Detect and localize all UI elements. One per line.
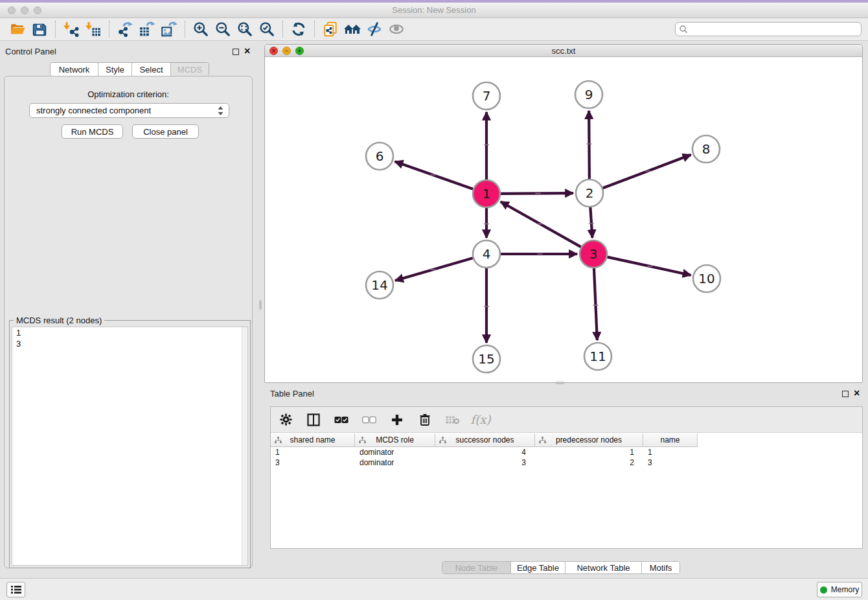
control-panel-tabs: NetworkStyleSelectMCDS [50, 62, 209, 76]
home-icon[interactable] [341, 19, 363, 39]
export-image-icon[interactable] [158, 19, 180, 39]
node-label-10: 10 [698, 271, 714, 286]
table-cell: dominator [355, 447, 435, 457]
table-panel-close-icon[interactable]: × [854, 389, 860, 398]
table-row[interactable]: 3dominator323 [271, 457, 698, 468]
refresh-icon[interactable] [288, 19, 310, 39]
task-list-button[interactable] [6, 582, 25, 597]
node-label-14: 14 [371, 277, 387, 293]
table-toolbar: f(x) [271, 407, 862, 433]
vertical-splitter-handle[interactable] [259, 300, 262, 310]
table-panel-float-icon[interactable] [842, 391, 849, 397]
main-toolbar [0, 18, 868, 41]
delete-column-trash-icon[interactable] [418, 413, 432, 427]
control-panel-float-icon[interactable] [233, 49, 239, 55]
node-label-7: 7 [483, 88, 491, 104]
column-header-predecessor-nodes[interactable]: predecessor nodes [535, 433, 643, 447]
mcds-result-lines: 13 [12, 327, 247, 349]
column-header-name[interactable]: name [643, 433, 698, 447]
memory-label: Memory [831, 585, 859, 594]
table-cell: 3 [435, 457, 535, 468]
optimization-criterion-select[interactable]: strongly connected component [29, 103, 229, 118]
edge-2-3[interactable] [590, 207, 592, 238]
run-mcds-button[interactable]: Run MCDS [62, 124, 123, 139]
node-label-3: 3 [589, 246, 598, 262]
toolbar-separator [185, 21, 185, 38]
column-header-label: MCDS role [376, 435, 414, 444]
export-network-icon[interactable] [114, 19, 136, 39]
edge-3-11[interactable] [594, 268, 597, 340]
tab-network[interactable]: Network [51, 63, 98, 76]
table-cell: 1 [643, 447, 698, 457]
edge-2-9[interactable] [589, 111, 589, 179]
mcds-panel: Optimization criterion: strongly connect… [4, 76, 253, 568]
add-column-icon[interactable] [390, 413, 404, 427]
node-label-2: 2 [586, 185, 594, 201]
open-session-icon[interactable] [6, 19, 29, 39]
table-cell: 3 [271, 457, 355, 468]
toolbar-separator [314, 21, 315, 38]
table-cell: 4 [435, 447, 535, 457]
import-table-icon[interactable] [82, 19, 104, 39]
delete-table-icon [446, 413, 460, 427]
import-network-icon[interactable] [60, 19, 82, 39]
tab-mcds[interactable]: MCDS [171, 63, 209, 76]
duplicate-network-icon[interactable] [319, 19, 341, 39]
column-header-shared-name[interactable]: shared name [271, 433, 355, 447]
column-header-MCDS-role[interactable]: MCDS role [355, 433, 435, 447]
network-window-titlebar[interactable]: × − + scc.txt [265, 45, 862, 57]
tab-style[interactable]: Style [98, 63, 132, 76]
node-label-11: 11 [589, 349, 606, 364]
column-header-successor-nodes[interactable]: successor nodes [435, 433, 535, 447]
column-header-label: successor nodes [455, 435, 514, 444]
column-header-label: name [660, 435, 680, 444]
table-cell: 3 [643, 457, 698, 468]
hide-panels-eye-icon[interactable] [363, 19, 385, 39]
search-input[interactable] [675, 22, 862, 36]
mcds-result-textarea[interactable]: 13 [12, 327, 248, 566]
select-all-columns-icon[interactable] [334, 413, 348, 427]
zoom-in-icon[interactable] [190, 19, 212, 39]
edge-3-1[interactable] [501, 202, 581, 247]
tab-motifs[interactable]: Motifs [642, 562, 680, 573]
control-panel-close-icon[interactable]: × [244, 47, 250, 56]
mcds-result-value: 1 [12, 327, 247, 338]
close-panel-button[interactable]: Close panel [132, 124, 199, 139]
table-cell: dominator [355, 457, 435, 468]
horizontal-splitter-handle[interactable] [555, 382, 565, 384]
table-panel-tabs: Node TableEdge TableNetwork TableMotifs [442, 561, 680, 574]
mcds-result-value: 3 [12, 338, 247, 349]
mcds-result-title: MCDS result (2 nodes) [14, 316, 104, 325]
result-scrollbar[interactable] [242, 327, 247, 565]
application-window: Session: New Session [0, 0, 868, 600]
tab-select[interactable]: Select [132, 63, 171, 76]
export-table-icon[interactable] [136, 19, 158, 39]
tab-node-table[interactable]: Node Table [442, 562, 511, 573]
save-session-icon[interactable] [29, 19, 51, 39]
optimization-criterion-value: strongly connected component [36, 106, 151, 115]
table-panel-title: Table Panel [270, 389, 314, 398]
table-header-row: shared nameMCDS rolesuccessor nodesprede… [271, 433, 698, 447]
show-panels-eye-icon[interactable] [385, 19, 407, 39]
tab-network-table[interactable]: Network Table [565, 562, 642, 573]
zoom-selected-icon[interactable] [256, 19, 278, 39]
node-label-15: 15 [478, 351, 494, 367]
table-cell: 2 [535, 457, 643, 468]
network-canvas[interactable]: 7968124314101511 [265, 57, 862, 382]
memory-button[interactable]: Memory [817, 582, 862, 597]
node-label-4: 4 [483, 246, 491, 262]
table-cell: 1 [535, 447, 643, 457]
tab-edge-table[interactable]: Edge Table [511, 562, 565, 573]
table-row[interactable]: 1dominator411 [271, 447, 698, 457]
node-label-8: 8 [702, 141, 711, 157]
control-panel-title: Control Panel [5, 47, 56, 56]
mcds-result-group: MCDS result (2 nodes) 13 [9, 320, 251, 568]
titlebar: Session: New Session [0, 3, 868, 18]
node-table: f(x) shared nameMCDS rolesuccessor nodes… [270, 406, 863, 549]
zoom-fit-icon[interactable] [234, 19, 256, 39]
table-settings-gear-icon[interactable] [279, 413, 293, 427]
deselect-all-columns-icon[interactable] [362, 413, 376, 427]
split-panes-icon[interactable] [306, 413, 321, 427]
optimization-criterion-label: Optimization criterion: [5, 89, 252, 99]
zoom-out-icon[interactable] [212, 19, 234, 39]
